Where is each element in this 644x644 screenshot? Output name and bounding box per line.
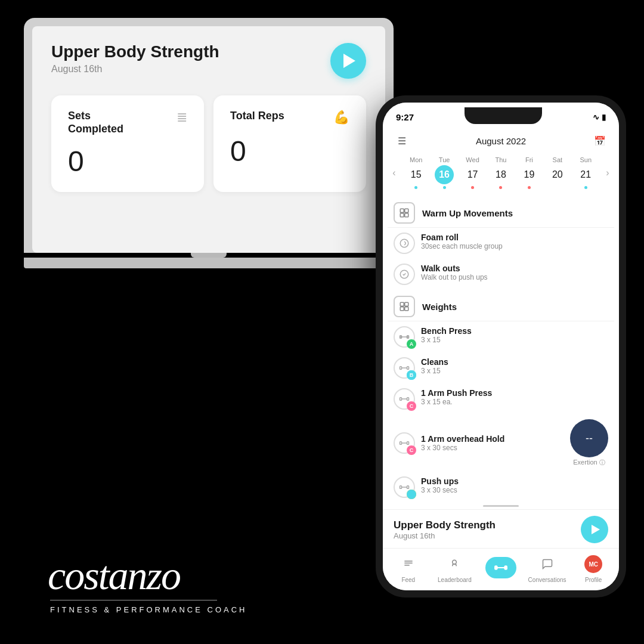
cleans-detail: 3 x 15	[421, 367, 608, 375]
svg-rect-3	[405, 213, 408, 217]
day-mon[interactable]: Mon 15	[403, 154, 429, 191]
exertion-button[interactable]: --	[570, 419, 608, 457]
1arm-overhead-hold-icon	[394, 432, 415, 454]
svg-rect-1	[405, 209, 408, 212]
foam-roll-name: Foam roll	[421, 233, 608, 242]
warmup-section-icon	[394, 202, 415, 224]
feed-label: Feed	[401, 577, 415, 583]
exercise-cleans[interactable]: B Cleans 3 x 15	[388, 352, 614, 383]
sets-card-title: Sets Completed	[68, 110, 123, 135]
svg-rect-23	[407, 442, 409, 445]
week-days: Mon 15 Tue 16 Wed 17 Th	[402, 154, 600, 191]
laptop-play-button[interactable]	[330, 43, 366, 79]
calendar-header: ☰ August 2022 📅	[383, 128, 619, 151]
status-bar: 9:27 ∿ ▮	[383, 103, 619, 128]
workout-footer: Upper Body Strength August 16th	[383, 509, 619, 548]
footer-workout-title: Upper Body Strength	[394, 519, 496, 531]
day-dot-thu	[499, 186, 502, 189]
leaderboard-label: Leaderboard	[438, 577, 472, 583]
foam-roll-icon	[394, 233, 415, 254]
svg-rect-7	[405, 302, 408, 306]
exercise-bench-press[interactable]: Bench Press 3 x 15	[388, 321, 614, 352]
svg-rect-0	[400, 209, 404, 212]
day-fri[interactable]: Fri 19	[516, 154, 542, 191]
section-warmup: Warm Up Movements	[388, 196, 614, 228]
phone: 9:27 ∿ ▮ ☰ August 2022 📅 ‹ Mon 1	[376, 95, 626, 597]
svg-rect-13	[401, 336, 402, 338]
footer-workout-date: August 16th	[394, 531, 496, 540]
svg-rect-22	[400, 442, 402, 445]
svg-point-4	[400, 239, 408, 247]
exercise-push-ups[interactable]: D Push ups 3 x 30 secs	[388, 472, 614, 503]
filter-icon[interactable]: ☰	[394, 132, 410, 149]
day-tue[interactable]: Tue 16	[431, 154, 457, 191]
profile-avatar: MC	[584, 555, 602, 573]
exercise-1arm-overhead-hold[interactable]: 1 Arm overhead Hold 3 x 30 secs -- Exert…	[388, 414, 614, 472]
nav-leaderboard[interactable]: Leaderboard	[432, 553, 478, 583]
muscle-icon: 💪	[333, 110, 349, 125]
exercise-foam-roll[interactable]: Foam roll 30sec each muscle group	[388, 228, 614, 259]
svg-rect-20	[407, 398, 409, 401]
feed-icon	[397, 553, 420, 575]
conversations-icon	[535, 553, 559, 575]
day-sat[interactable]: Sat 20	[544, 154, 571, 191]
foam-roll-detail: 30sec each muscle group	[421, 242, 608, 250]
battery-icon: ▮	[602, 113, 606, 122]
svg-rect-2	[400, 213, 404, 217]
nav-profile[interactable]: MC Profile	[570, 553, 617, 583]
logo-tagline: FITNESS & PERFORMANCE COACH	[50, 605, 250, 614]
nav-workout[interactable]	[478, 557, 524, 580]
1arm-overhead-hold-detail: 3 x 30 secs	[421, 444, 564, 452]
bench-press-detail: 3 x 15	[421, 336, 608, 344]
conversations-label: Conversations	[528, 577, 566, 583]
workout-list: Warm Up Movements Foam roll 30sec each m…	[383, 196, 619, 503]
1arm-push-press-detail: 3 x 15 ea.	[421, 398, 608, 406]
week-row: ‹ Mon 15 Tue 16 Wed 17	[383, 151, 619, 196]
exercise-1arm-push-press[interactable]: 1 Arm Push Press 3 x 15 ea.	[388, 383, 614, 414]
svg-rect-9	[405, 307, 408, 311]
wifi-icon: ∿	[593, 113, 599, 122]
day-thu[interactable]: Thu 18	[488, 154, 514, 191]
push-ups-detail: 3 x 30 secs	[421, 486, 608, 494]
nav-conversations[interactable]: Conversations	[524, 553, 571, 583]
bottom-nav: Feed Leaderboard	[383, 548, 619, 590]
svg-point-27	[453, 560, 457, 564]
workout-icon	[485, 557, 516, 578]
weights-section-title: Weights	[422, 302, 457, 312]
bench-press-name: Bench Press	[421, 326, 608, 336]
phone-screen: 9:27 ∿ ▮ ☰ August 2022 📅 ‹ Mon 1	[383, 103, 619, 590]
walk-outs-name: Walk outs	[421, 264, 608, 273]
svg-rect-8	[400, 307, 404, 311]
next-week-button[interactable]: ›	[600, 168, 615, 178]
exercise-walk-outs[interactable]: Walk outs Walk out to push ups	[388, 259, 614, 290]
logo-script: costanzo	[48, 553, 250, 596]
day-sun[interactable]: Sun 21	[572, 154, 599, 191]
svg-rect-31	[496, 566, 497, 569]
bench-press-icon	[394, 326, 415, 348]
laptop-notch	[191, 253, 227, 258]
push-ups-icon: D	[394, 476, 415, 498]
1arm-overhead-hold-name: 1 Arm overhead Hold	[421, 434, 564, 444]
laptop-workout-title: Upper Body Strength	[51, 43, 219, 61]
cleans-icon: B	[394, 357, 415, 379]
svg-rect-26	[407, 486, 409, 489]
1arm-push-press-name: 1 Arm Push Press	[421, 388, 608, 398]
exertion-label: Exertion ⓘ	[573, 459, 605, 467]
footer-play-button[interactable]	[581, 516, 608, 543]
warmup-section-title: Warm Up Movements	[422, 208, 513, 218]
calendar-icon[interactable]: 📅	[592, 132, 608, 149]
status-time: 9:27	[396, 112, 414, 122]
laptop: Upper Body Strength August 16th Sets Com…	[24, 18, 394, 268]
day-dot-wed	[471, 186, 474, 189]
logo-underline	[50, 600, 217, 600]
profile-label: Profile	[585, 577, 602, 583]
sets-value: 0	[68, 145, 187, 178]
nav-feed[interactable]: Feed	[385, 553, 432, 583]
svg-rect-25	[400, 486, 402, 489]
svg-rect-16	[400, 367, 402, 370]
leaderboard-icon	[442, 553, 466, 575]
prev-week-button[interactable]: ‹	[386, 168, 402, 178]
day-wed[interactable]: Wed 17	[460, 154, 486, 191]
laptop-stats: Sets Completed ≣ 0 Total Reps 💪 0	[51, 95, 366, 192]
profile-icon: MC	[581, 553, 605, 575]
